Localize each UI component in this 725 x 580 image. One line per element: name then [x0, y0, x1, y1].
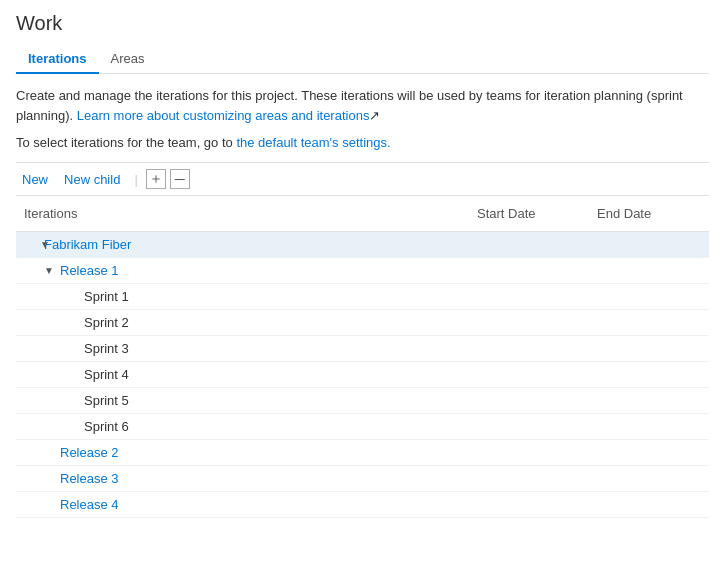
iteration-label: Release 1 [60, 263, 119, 278]
end-date-cell [589, 232, 709, 257]
end-date-cell [589, 440, 709, 465]
iteration-label: Sprint 2 [84, 315, 129, 330]
end-date-cell [589, 362, 709, 387]
end-date-cell [589, 466, 709, 491]
select-info-part1: To select iterations for the team, go to [16, 135, 236, 150]
tab-areas[interactable]: Areas [99, 45, 157, 74]
table-row[interactable]: Sprint 1 [16, 284, 709, 310]
tabs-bar: Iterations Areas [16, 45, 709, 74]
start-date-cell [469, 284, 589, 309]
iteration-name-cell[interactable]: Sprint 1 [16, 284, 469, 309]
iteration-name-cell[interactable]: Release 4 [16, 492, 469, 517]
start-date-cell [469, 414, 589, 439]
start-date-cell [469, 336, 589, 361]
toolbar-separator: | [134, 172, 137, 187]
chevron-down-icon: ▼ [44, 265, 56, 277]
start-date-cell [469, 232, 589, 257]
page-title: Work [16, 12, 709, 35]
iterations-table: ▼ Fabrikam Fiber ▼ Release 1 Sprint 1 [16, 232, 709, 518]
start-date-cell [469, 466, 589, 491]
col-header-end-date: End Date [589, 202, 709, 225]
table-row[interactable]: ▼ Fabrikam Fiber [16, 232, 709, 258]
table-row[interactable]: Release 4 [16, 492, 709, 518]
table-row[interactable]: Sprint 4 [16, 362, 709, 388]
end-date-cell [589, 284, 709, 309]
start-date-cell [469, 362, 589, 387]
end-date-cell [589, 388, 709, 413]
expand-all-button[interactable]: ＋ [146, 169, 166, 189]
iteration-name-cell[interactable]: Sprint 2 [16, 310, 469, 335]
new-button[interactable]: New [16, 170, 54, 189]
expand-icon: ＋ [149, 170, 163, 188]
iteration-label: Sprint 1 [84, 289, 129, 304]
iteration-name-cell[interactable]: Sprint 4 [16, 362, 469, 387]
col-header-iterations: Iterations [16, 202, 469, 225]
start-date-cell [469, 492, 589, 517]
table-row[interactable]: Sprint 2 [16, 310, 709, 336]
iteration-name-cell[interactable]: Release 2 [16, 440, 469, 465]
iteration-label: Release 3 [60, 471, 119, 486]
iteration-name-cell[interactable]: Sprint 5 [16, 388, 469, 413]
iteration-name-cell[interactable]: ▼ Release 1 [16, 258, 469, 283]
description-link[interactable]: Learn more about customizing areas and i… [77, 108, 370, 123]
end-date-cell [589, 492, 709, 517]
start-date-cell [469, 440, 589, 465]
iteration-label: Release 4 [60, 497, 119, 512]
end-date-cell [589, 310, 709, 335]
page-container: Work Iterations Areas Create and manage … [0, 0, 725, 530]
table-header: Iterations Start Date End Date [16, 196, 709, 232]
collapse-all-button[interactable]: ─ [170, 169, 190, 189]
col-header-start-date: Start Date [469, 202, 589, 225]
end-date-cell [589, 414, 709, 439]
iteration-label: Sprint 4 [84, 367, 129, 382]
table-row[interactable]: Sprint 6 [16, 414, 709, 440]
iteration-name-cell[interactable]: Release 3 [16, 466, 469, 491]
start-date-cell [469, 388, 589, 413]
iteration-label: Sprint 3 [84, 341, 129, 356]
iteration-label: Release 2 [60, 445, 119, 460]
iteration-label: Fabrikam Fiber [44, 237, 131, 252]
new-child-button[interactable]: New child [58, 170, 126, 189]
table-row[interactable]: Sprint 5 [16, 388, 709, 414]
iteration-name-cell[interactable]: Sprint 3 [16, 336, 469, 361]
table-row[interactable]: ▼ Release 1 [16, 258, 709, 284]
toolbar: New New child | ＋ ─ [16, 162, 709, 196]
chevron-down-icon: ▼ [24, 239, 40, 251]
start-date-cell [469, 258, 589, 283]
iteration-name-cell[interactable]: Sprint 6 [16, 414, 469, 439]
iteration-label: Sprint 6 [84, 419, 129, 434]
description-text: Create and manage the iterations for thi… [16, 86, 709, 125]
table-row[interactable]: Sprint 3 [16, 336, 709, 362]
table-row[interactable]: Release 2 [16, 440, 709, 466]
iteration-label: Sprint 5 [84, 393, 129, 408]
tab-iterations[interactable]: Iterations [16, 45, 99, 74]
start-date-cell [469, 310, 589, 335]
end-date-cell [589, 258, 709, 283]
select-info: To select iterations for the team, go to… [16, 135, 709, 150]
end-date-cell [589, 336, 709, 361]
collapse-icon: ─ [175, 171, 185, 187]
iteration-name-cell[interactable]: ▼ Fabrikam Fiber [16, 232, 469, 257]
select-info-link[interactable]: the default team's settings. [236, 135, 390, 150]
table-row[interactable]: Release 3 [16, 466, 709, 492]
